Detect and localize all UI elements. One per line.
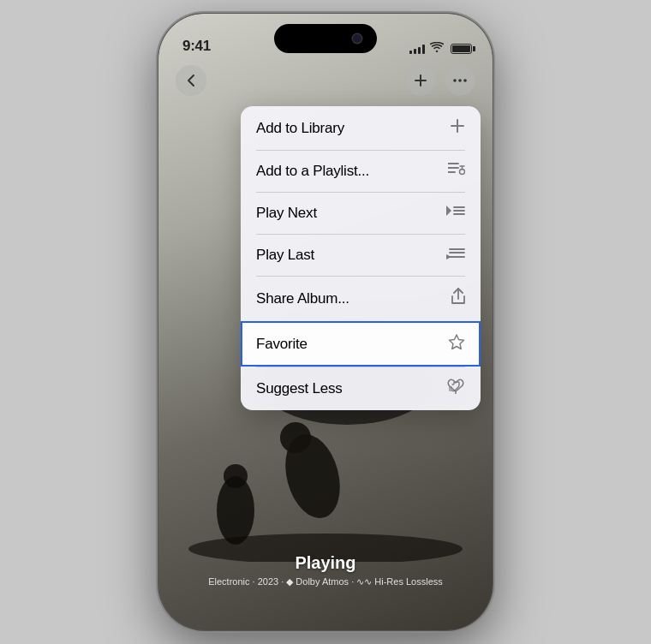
wifi-icon (430, 42, 444, 55)
svg-point-4 (224, 464, 248, 488)
menu-item-suggest-less[interactable]: Suggest Less (241, 367, 481, 410)
camera-dot (353, 34, 361, 43)
add-to-library-icon (450, 118, 465, 138)
back-button[interactable] (176, 65, 206, 96)
add-to-playlist-icon (448, 162, 465, 180)
play-next-icon (446, 204, 465, 222)
share-icon (451, 288, 465, 309)
menu-item-favorite[interactable]: Favorite (241, 321, 481, 367)
svg-point-2 (280, 422, 311, 453)
now-playing: Playing Electronic · 2023 · ◆ Dolby Atmo… (158, 553, 493, 587)
menu-item-play-next[interactable]: Play Next (241, 192, 481, 234)
svg-marker-19 (446, 206, 451, 216)
screen: 9:41 (158, 14, 493, 630)
svg-point-10 (463, 79, 467, 82)
menu-label-play-last: Play Last (256, 247, 314, 264)
status-icons (409, 42, 472, 55)
menu-label-add-to-library: Add to Library (256, 120, 344, 137)
battery-icon (451, 44, 472, 54)
menu-label-favorite: Favorite (256, 336, 308, 353)
svg-point-8 (453, 79, 457, 82)
context-menu: Add to Library Add to a Playlist... (241, 106, 481, 410)
menu-item-add-to-library[interactable]: Add to Library (241, 106, 481, 150)
top-controls (158, 65, 493, 96)
play-last-icon (446, 246, 465, 264)
menu-label-add-to-playlist: Add to a Playlist... (256, 163, 369, 180)
dynamic-island (274, 24, 377, 53)
svg-marker-27 (450, 335, 464, 349)
menu-item-play-last[interactable]: Play Last (241, 234, 481, 276)
right-controls (405, 65, 475, 96)
menu-label-share-album: Share Album... (256, 290, 349, 307)
favorite-star-icon (448, 333, 465, 355)
now-playing-title: Playing (158, 553, 493, 573)
svg-point-9 (458, 79, 462, 82)
add-button[interactable] (405, 65, 436, 96)
signal-icon (409, 44, 425, 54)
menu-item-add-to-playlist[interactable]: Add to a Playlist... (241, 150, 481, 192)
suggest-less-icon (446, 379, 465, 398)
menu-label-play-next: Play Next (256, 205, 317, 222)
now-playing-meta: Electronic · 2023 · ◆ Dolby Atmos · ∿∿ H… (158, 576, 493, 587)
phone-frame: 9:41 (158, 14, 493, 630)
menu-item-share-album[interactable]: Share Album... (241, 276, 481, 321)
menu-label-suggest-less: Suggest Less (256, 380, 343, 397)
more-button[interactable] (445, 65, 475, 96)
